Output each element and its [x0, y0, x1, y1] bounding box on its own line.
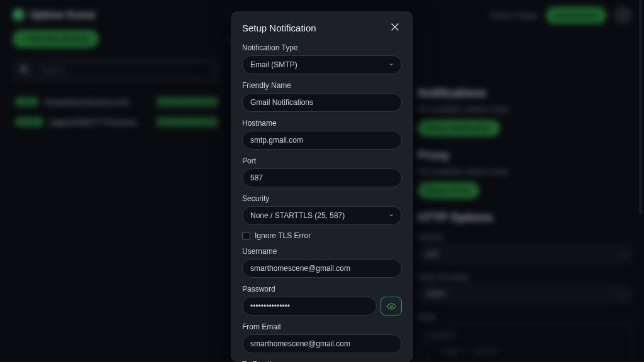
- notification-type-select[interactable]: Email (SMTP): [242, 55, 402, 74]
- modal-header: Setup Notification: [242, 21, 402, 35]
- password-input[interactable]: [242, 297, 377, 315]
- security-value: None / STARTTLS (25, 587): [242, 206, 402, 225]
- modal-title: Setup Notification: [242, 23, 316, 33]
- modal-overlay: Setup Notification Notification Type Ema…: [0, 0, 644, 362]
- svg-point-0: [390, 305, 392, 307]
- hostname-input[interactable]: [242, 131, 402, 150]
- username-label: Username: [242, 247, 402, 256]
- ignore-tls-checkbox[interactable]: [242, 232, 250, 240]
- eye-icon: [387, 302, 396, 311]
- ignore-tls-label: Ignore TLS Error: [255, 231, 311, 240]
- notification-type-value: Email (SMTP): [242, 55, 402, 74]
- security-select[interactable]: None / STARTTLS (25, 587): [242, 206, 402, 225]
- friendly-name-label: Friendly Name: [242, 81, 402, 90]
- password-label: Password: [242, 285, 402, 293]
- notification-type-label: Notification Type: [242, 43, 402, 52]
- hostname-label: Hostname: [242, 119, 402, 128]
- friendly-name-input[interactable]: [242, 93, 402, 112]
- username-input[interactable]: [242, 259, 402, 278]
- from-email-label: From Email: [242, 322, 402, 331]
- password-row: [242, 297, 402, 315]
- close-icon: [391, 23, 399, 31]
- ignore-tls-row[interactable]: Ignore TLS Error: [242, 231, 402, 240]
- port-input[interactable]: [242, 168, 402, 187]
- close-button[interactable]: [388, 21, 402, 35]
- port-label: Port: [242, 156, 402, 165]
- security-label: Security: [242, 194, 402, 203]
- setup-notification-modal: Setup Notification Notification Type Ema…: [231, 11, 413, 362]
- from-email-input[interactable]: [242, 334, 402, 353]
- toggle-password-button[interactable]: [380, 297, 402, 315]
